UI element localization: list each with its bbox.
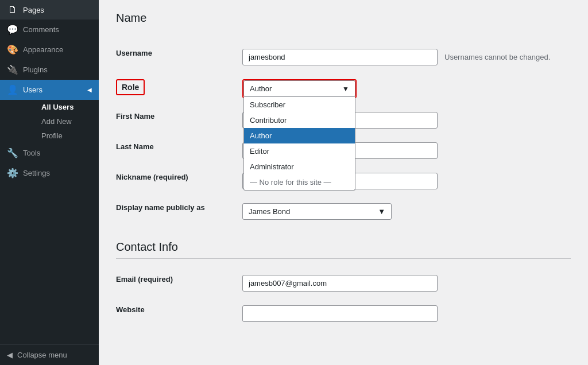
sidebar-item-plugins[interactable]: 🔌 Plugins (0, 60, 99, 80)
collapse-label: Collapse menu (17, 351, 67, 359)
username-field-group: Usernames cannot be changed. (242, 49, 571, 65)
website-input[interactable] (242, 305, 438, 322)
users-icon: 👤 (7, 84, 18, 95)
username-row: Username Usernames cannot be changed. (116, 42, 571, 72)
appearance-icon: 🎨 (7, 44, 18, 55)
username-label: Username (116, 49, 152, 57)
sidebar: 🗋 Pages 💬 Comments 🎨 Appearance 🔌 Plugin… (0, 0, 99, 365)
name-section-title: Name (116, 11, 571, 30)
users-submenu: All Users Add New Profile (0, 100, 99, 143)
role-option-contributor[interactable]: Contributor (244, 112, 355, 128)
main-content: Name Username Usernames cannot be change… (99, 0, 588, 365)
username-input[interactable] (242, 49, 438, 65)
sidebar-item-appearance[interactable]: 🎨 Appearance (0, 40, 99, 60)
email-label: Email (required) (116, 275, 173, 284)
website-row: Website (116, 298, 571, 329)
sidebar-item-users[interactable]: 👤 Users ◀ (0, 80, 99, 100)
display-name-select[interactable]: James Bond ▼ (242, 203, 392, 220)
settings-icon: ⚙️ (7, 168, 18, 178)
email-row: Email (required) (116, 268, 571, 298)
role-option-editor[interactable]: Editor (244, 143, 355, 159)
role-option-subscriber[interactable]: Subscriber (244, 97, 355, 112)
sidebar-item-label: Tools (23, 149, 40, 157)
display-name-chevron-icon: ▼ (378, 207, 385, 216)
collapse-icon: ◀ (7, 351, 13, 359)
sidebar-item-label: Users (23, 86, 42, 94)
role-dropdown-list: Subscriber Contributor Author Editor Adm… (243, 97, 355, 191)
last-name-label: Last Name (116, 142, 154, 151)
role-option-author[interactable]: Author (244, 128, 355, 143)
first-name-label: First Name (116, 112, 154, 121)
collapse-menu-button[interactable]: ◀ Collapse menu (0, 344, 99, 365)
contact-form-table: Email (required) Website (116, 268, 571, 329)
nickname-label: Nickname (required) (116, 173, 188, 181)
sidebar-item-label: Appearance (23, 45, 63, 54)
sidebar-item-label: Settings (23, 169, 50, 177)
sidebar-item-settings[interactable]: ⚙️ Settings (0, 163, 99, 183)
contact-section-title: Contact Info (116, 240, 571, 259)
role-select[interactable]: Author ▼ (243, 80, 355, 97)
sidebar-sub-add-new[interactable]: Add New (21, 114, 99, 129)
sidebar-item-tools[interactable]: 🔧 Tools (0, 143, 99, 163)
comments-icon: 💬 (7, 24, 18, 35)
role-option-administrator[interactable]: Administrator (244, 159, 355, 174)
website-label: Website (116, 305, 145, 314)
display-name-value: James Bond (249, 207, 290, 216)
role-label-highlight: Role (116, 79, 145, 95)
sidebar-item-label: Comments (23, 25, 59, 34)
sidebar-item-pages[interactable]: 🗋 Pages (0, 0, 99, 20)
users-arrow-icon: ◀ (87, 87, 92, 93)
plugins-icon: 🔌 (7, 64, 18, 75)
sidebar-sub-profile[interactable]: Profile (21, 129, 99, 143)
role-label: Role (122, 83, 139, 92)
sidebar-item-label: Plugins (23, 65, 48, 74)
role-row: Role Author ▼ Subscriber Contributor Aut… (116, 72, 571, 105)
name-form-table: Username Usernames cannot be changed. Ro… (116, 42, 571, 227)
sidebar-item-label: Pages (23, 6, 44, 14)
display-name-label: Display name publicly as (116, 203, 205, 212)
role-option-no-role[interactable]: — No role for this site — (244, 174, 355, 190)
username-note: Usernames cannot be changed. (444, 53, 550, 61)
tools-icon: 🔧 (7, 147, 18, 158)
sidebar-item-comments[interactable]: 💬 Comments (0, 20, 99, 40)
sidebar-sub-all-users[interactable]: All Users (21, 100, 99, 114)
pages-icon: 🗋 (7, 5, 18, 15)
role-dropdown-wrapper: Author ▼ Subscriber Contributor Author E… (242, 79, 357, 98)
display-name-row: Display name publicly as James Bond ▼ (116, 196, 571, 227)
email-input[interactable] (242, 275, 438, 292)
role-selected-value: Author (250, 84, 272, 93)
role-chevron-icon: ▼ (342, 85, 349, 93)
